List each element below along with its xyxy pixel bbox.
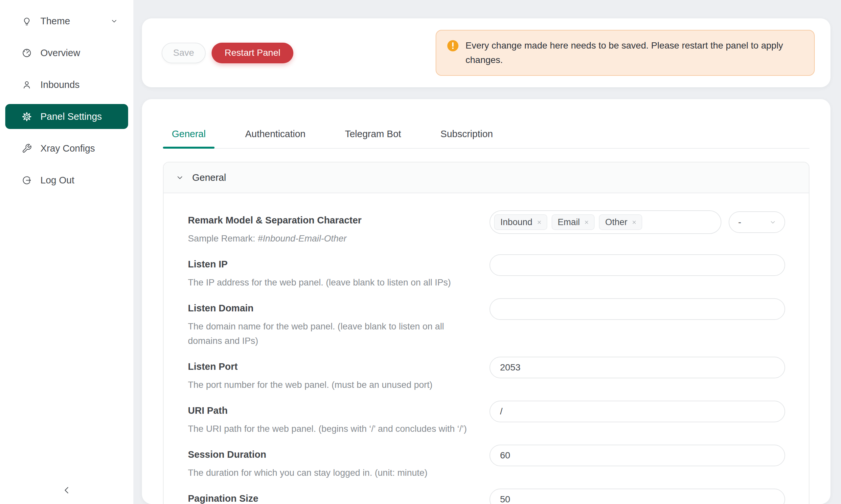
field-row-listen-ip: Listen IP The IP address for the web pan… bbox=[188, 257, 785, 290]
field-description: The IP address for the web panel. (leave… bbox=[188, 275, 476, 290]
session-duration-input[interactable] bbox=[490, 445, 785, 466]
sidebar-item-overview[interactable]: Overview bbox=[5, 40, 128, 65]
remove-tag-icon[interactable] bbox=[583, 219, 590, 226]
chevron-left-icon bbox=[61, 485, 72, 496]
tag-inbound: Inbound bbox=[494, 214, 547, 230]
tab-label: Subscription bbox=[441, 129, 493, 139]
field-row-listen-domain: Listen Domain The domain name for the we… bbox=[188, 302, 785, 348]
listen-ip-input[interactable] bbox=[490, 254, 785, 276]
restart-warning-alert: Every change made here needs to be saved… bbox=[435, 30, 815, 76]
field-info: Listen IP The IP address for the web pan… bbox=[188, 257, 490, 290]
sidebar-item-label: Log Out bbox=[40, 176, 74, 185]
chevron-down-icon bbox=[769, 218, 777, 226]
toolbar-buttons: Save Restart Panel bbox=[161, 43, 293, 63]
sidebar-item-label: Panel Settings bbox=[40, 112, 102, 121]
field-label: Listen Domain bbox=[188, 302, 476, 315]
field-label: Pagination Size bbox=[188, 492, 476, 504]
settings-tabs: General Authentication Telegram Bot Subs… bbox=[163, 127, 809, 149]
sidebar: Theme Overview Inbounds Panel Settings X… bbox=[0, 0, 133, 504]
separator-select[interactable]: - bbox=[728, 211, 785, 233]
field-control bbox=[490, 254, 785, 276]
field-info: Pagination Size bbox=[188, 492, 490, 504]
sidebar-item-xray-configs[interactable]: Xray Configs bbox=[5, 136, 128, 161]
tab-label: General bbox=[172, 129, 206, 139]
main-content: Save Restart Panel Every change made her… bbox=[133, 0, 841, 504]
sidebar-item-inbounds[interactable]: Inbounds bbox=[5, 72, 128, 97]
tag-email: Email bbox=[552, 214, 595, 230]
chevron-down-icon bbox=[110, 17, 118, 25]
pagination-size-input[interactable] bbox=[490, 489, 785, 504]
section-title: General bbox=[192, 172, 226, 183]
tag-other: Other bbox=[599, 214, 642, 230]
tab-label: Telegram Bot bbox=[345, 129, 401, 139]
sidebar-item-theme[interactable]: Theme bbox=[5, 8, 128, 34]
listen-port-input[interactable] bbox=[490, 357, 785, 378]
field-row-uri-path: URI Path The URI path for the web panel.… bbox=[188, 404, 785, 436]
general-section-header[interactable]: General bbox=[164, 162, 809, 193]
field-label: Listen Port bbox=[188, 360, 476, 373]
field-control bbox=[490, 298, 785, 320]
sidebar-item-label: Xray Configs bbox=[40, 144, 95, 153]
field-label: URI Path bbox=[188, 404, 476, 417]
uri-path-input[interactable] bbox=[490, 401, 785, 422]
remark-model-tags-input[interactable]: InboundEmailOther bbox=[490, 210, 721, 234]
remove-tag-icon[interactable] bbox=[631, 219, 637, 226]
warning-icon bbox=[447, 40, 459, 52]
tag-label: Other bbox=[605, 217, 628, 228]
field-label: Remark Model & Separation Character bbox=[188, 214, 476, 227]
field-control bbox=[490, 401, 785, 422]
field-info: Remark Model & Separation Character Samp… bbox=[188, 214, 490, 246]
separator-select-value: - bbox=[738, 217, 769, 228]
field-row-listen-port: Listen Port The port number for the web … bbox=[188, 360, 785, 392]
sidebar-item-panel-settings[interactable]: Panel Settings bbox=[5, 104, 128, 129]
field-description: Sample Remark: #Inbound-Email-Other bbox=[188, 231, 476, 246]
tag-label: Email bbox=[558, 217, 580, 228]
tab-general[interactable]: General bbox=[163, 127, 214, 148]
tag-label: Inbound bbox=[500, 217, 533, 228]
field-row-pagination-size: Pagination Size bbox=[188, 492, 785, 504]
field-info: URI Path The URI path for the web panel.… bbox=[188, 404, 490, 436]
person-icon bbox=[22, 80, 32, 90]
general-section: General Remark Model & Separation Charac… bbox=[163, 162, 809, 504]
gauge-icon bbox=[22, 48, 32, 58]
wrench-icon bbox=[22, 143, 32, 154]
sidebar-item-label: Overview bbox=[40, 48, 80, 58]
lightbulb-icon bbox=[22, 16, 32, 26]
alert-text: Every change made here needs to be saved… bbox=[465, 38, 783, 67]
field-info: Listen Port The port number for the web … bbox=[188, 360, 490, 392]
field-label: Session Duration bbox=[188, 448, 476, 461]
field-row-session-duration: Session Duration The duration for which … bbox=[188, 448, 785, 480]
restart-panel-button[interactable]: Restart Panel bbox=[211, 43, 294, 63]
app-root: Theme Overview Inbounds Panel Settings X… bbox=[0, 0, 841, 504]
listen-domain-input[interactable] bbox=[490, 298, 785, 320]
sidebar-collapse-button[interactable] bbox=[57, 481, 76, 499]
logout-icon bbox=[22, 175, 32, 185]
form-fields: Remark Model & Separation Character Samp… bbox=[164, 193, 809, 504]
tab-authentication[interactable]: Authentication bbox=[236, 127, 314, 148]
toolbar-card: Save Restart Panel Every change made her… bbox=[142, 18, 830, 87]
tab-telegram-bot[interactable]: Telegram Bot bbox=[336, 127, 410, 148]
field-control bbox=[490, 445, 785, 466]
field-control bbox=[490, 357, 785, 378]
field-description: The duration for which you can stay logg… bbox=[188, 466, 476, 480]
gear-icon bbox=[22, 111, 32, 122]
chevron-down-icon bbox=[175, 173, 184, 182]
save-button[interactable]: Save bbox=[161, 43, 206, 63]
sidebar-item-label: Inbounds bbox=[40, 80, 80, 90]
sidebar-item-label: Theme bbox=[40, 16, 70, 26]
remove-tag-icon[interactable] bbox=[536, 219, 543, 226]
field-info: Session Duration The duration for which … bbox=[188, 448, 490, 480]
field-row-remark-model: Remark Model & Separation Character Samp… bbox=[188, 214, 785, 246]
field-description: The port number for the web panel. (must… bbox=[188, 378, 476, 392]
sidebar-nav: Theme Overview Inbounds Panel Settings X… bbox=[5, 8, 128, 481]
settings-card: General Authentication Telegram Bot Subs… bbox=[142, 99, 830, 504]
sidebar-item-log-out[interactable]: Log Out bbox=[5, 168, 128, 193]
field-description: The URI path for the web panel. (begins … bbox=[188, 421, 476, 436]
field-control: InboundEmailOther- bbox=[490, 210, 785, 234]
tab-subscription[interactable]: Subscription bbox=[432, 127, 502, 148]
tab-label: Authentication bbox=[245, 129, 306, 139]
field-label: Listen IP bbox=[188, 257, 476, 271]
field-description: The domain name for the web panel. (leav… bbox=[188, 319, 476, 348]
field-control bbox=[490, 489, 785, 504]
field-info: Listen Domain The domain name for the we… bbox=[188, 302, 490, 348]
